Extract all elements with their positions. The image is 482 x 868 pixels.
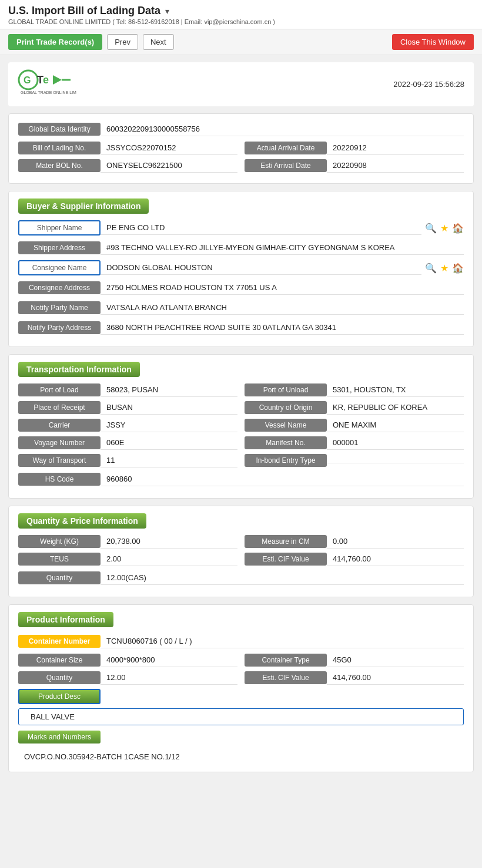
vessel-name-value: ONE MAXIM [327,418,464,432]
marks-and-numbers-label: Marks and Numbers [18,731,101,743]
weight-label: Weight (KG) [18,535,101,548]
port-unload-pair: Port of Unload 5301, HOUSTON, TX [245,383,464,397]
product-qty-pair: Quantity 12.00 [18,671,237,685]
teus-value: 2.00 [101,552,237,566]
carrier-label: Carrier [18,419,101,432]
container-type-pair: Container Type 45G0 [245,653,464,667]
company-logo: G T e GLOBAL TRADE ONLINE LIMITED [18,68,76,99]
in-bond-entry-label: In-bond Entry Type [245,454,327,467]
svg-text:G: G [24,75,31,85]
voyage-number-label: Voyage Number [18,436,101,449]
product-desc-label-row: Product Desc [18,688,464,705]
product-esti-cif-label: Esti. CIF Value [245,671,327,684]
print-button[interactable]: Print Trade Record(s) [8,34,102,50]
way-of-transport-label: Way of Transport [18,454,101,467]
product-desc-value: BALL VALVE [25,709,463,725]
product-desc-value-row: BALL VALVE [18,708,464,725]
product-qty-cif-row: Quantity 12.00 Esti. CIF Value 414,760.0… [18,671,464,685]
measure-value: 0.00 [327,534,464,549]
container-size-value: 4000*900*800 [101,653,237,667]
country-origin-pair: Country of Origin KR, REPUBLIC OF KOREA [245,401,464,415]
actual-arrival-label: Actual Arrival Date [245,142,327,154]
marks-label-row: Marks and Numbers [18,729,464,745]
port-of-unload-value: 5301, HOUSTON, TX [327,383,464,397]
shipper-star-icon[interactable]: ★ [440,223,448,234]
consignee-address-row: Consignee Address 2750 HOLMES ROAD HOUST… [18,280,464,296]
in-bond-pair: In-bond Entry Type [245,453,464,467]
top-bar: U.S. Import Bill of Lading Data ▾ GLOBAL… [0,0,482,29]
way-of-transport-value: 11 [101,453,237,467]
identity-card: Global Data Identity 6003202209130000558… [8,113,474,184]
shipper-home-icon[interactable]: 🏠 [452,223,464,234]
marks-value-row: OVCP.O.NO.305942-BATCH 1CASE NO.1/12 [18,749,464,765]
quantity-label: Quantity [18,571,101,584]
consignee-star-icon[interactable]: ★ [440,263,448,274]
esti-arrival-value: 20220908 [327,159,464,173]
voyage-manifest-row: Voyage Number 060E Manifest No. 000001 [18,436,464,450]
header-row: G T e GLOBAL TRADE ONLINE LIMITED 2022-0… [8,62,474,106]
container-type-label: Container Type [245,654,327,667]
global-data-row: Global Data Identity 6003202209130000558… [18,121,464,137]
global-data-value: 6003202209130000558756 [101,122,464,136]
subtitle: GLOBAL TRADE ONLINE LIMITED ( Tel: 86-51… [8,18,474,25]
place-of-receipt-value: BUSAN [101,401,237,415]
weight-measure-row: Weight (KG) 20,738.00 Measure in CM 0.00 [18,534,464,549]
port-row: Port of Load 58023, PUSAN Port of Unload… [18,383,464,397]
country-of-origin-value: KR, REPUBLIC OF KOREA [327,401,464,415]
shipper-name-label: Shipper Name [18,220,101,235]
port-load-pair: Port of Load 58023, PUSAN [18,383,237,397]
next-button[interactable]: Next [143,34,174,50]
esti-arrival-label: Esti Arrival Date [245,159,327,172]
container-size-type-row: Container Size 4000*900*800 Container Ty… [18,653,464,667]
page-title: U.S. Import Bill of Lading Data [8,5,160,16]
teus-cif-row: TEUS 2.00 Esti. CIF Value 414,760.00 [18,552,464,566]
container-number-label: Container Number [18,635,101,648]
vessel-name-label: Vessel Name [245,419,327,432]
global-data-label: Global Data Identity [18,123,101,136]
transportation-card: Transportation Information Port of Load … [8,354,474,499]
container-number-row: Container Number TCNU8060716 ( 00 / L / … [18,633,464,650]
esti-cif-label: Esti. CIF Value [245,553,327,566]
country-of-origin-label: Country of Origin [245,401,327,414]
marks-value: OVCP.O.NO.305942-BATCH 1CASE NO.1/12 [24,752,180,761]
datetime: 2022-09-23 15:56:28 [393,80,464,89]
port-of-load-value: 58023, PUSAN [101,383,237,397]
hs-code-row: HS Code 960860 [18,471,464,487]
actual-arrival-value: 20220912 [327,141,464,155]
manifest-pair: Manifest No. 000001 [245,436,464,450]
transportation-title: Transportation Information [18,362,140,377]
container-size-pair: Container Size 4000*900*800 [18,653,237,667]
toolbar: Print Trade Record(s) Prev Next Close Th… [0,29,482,55]
way-transport-pair: Way of Transport 11 [18,453,237,467]
quantity-row: Quantity 12.00(CAS) [18,570,464,586]
weight-pair: Weight (KG) 20,738.00 [18,534,237,549]
bol-label: Bill of Lading No. [18,142,101,154]
product-cif-pair: Esti. CIF Value 414,760.00 [245,671,464,685]
esti-arrival-pair: Esti Arrival Date 20220908 [245,159,464,173]
container-type-value: 45G0 [327,653,464,667]
esti-cif-value: 414,760.00 [327,552,464,566]
consignee-name-value: DODSON GLOBAL HOUSTON [101,261,421,275]
prev-button[interactable]: Prev [107,34,138,50]
logo-area: G T e GLOBAL TRADE ONLINE LIMITED [18,68,76,100]
transport-bond-row: Way of Transport 11 In-bond Entry Type [18,453,464,467]
master-esti-row: Mater BOL No. ONEYSELC96221500 Esti Arri… [18,159,464,173]
teus-pair: TEUS 2.00 [18,552,237,566]
carrier-vessel-row: Carrier JSSY Vessel Name ONE MAXIM [18,418,464,432]
consignee-home-icon[interactable]: 🏠 [452,263,464,274]
manifest-no-label: Manifest No. [245,436,327,449]
consignee-search-icon[interactable]: 🔍 [425,263,437,274]
content-area: G T e GLOBAL TRADE ONLINE LIMITED 2022-0… [0,55,482,786]
close-button[interactable]: Close This Window [392,34,474,50]
in-bond-entry-value [327,458,464,463]
master-bol-value: ONEYSELC96221500 [101,159,237,173]
shipper-address-row: Shipper Address #93 TECHNO VALLEY-RO JIL… [18,240,464,256]
product-quantity-value: 12.00 [101,671,237,685]
product-title: Product Information [18,612,113,627]
shipper-search-icon[interactable]: 🔍 [425,223,437,234]
master-bol-label: Mater BOL No. [18,159,101,172]
port-of-unload-label: Port of Unload [245,383,327,396]
svg-text:GLOBAL TRADE ONLINE LIMITED: GLOBAL TRADE ONLINE LIMITED [21,90,76,95]
teus-label: TEUS [18,553,101,566]
product-card: Product Information Container Number TCN… [8,604,474,772]
